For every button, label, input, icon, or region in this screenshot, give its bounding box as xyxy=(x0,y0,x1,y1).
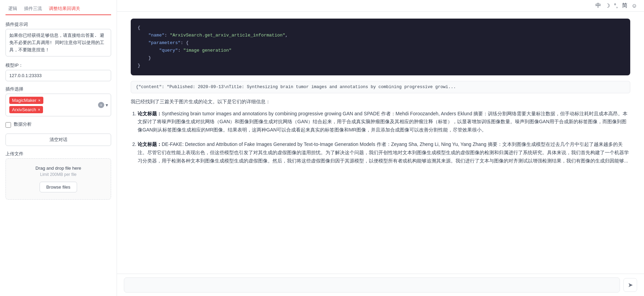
chevron-down-icon[interactable]: ▾ xyxy=(106,102,108,108)
lang-zh-icon[interactable]: 中 xyxy=(595,2,601,9)
upload-section: 上传文件 Drag and drop file here Limit 200MB… xyxy=(6,151,111,200)
plugin-hint-section: 插件提示词 xyxy=(6,21,111,57)
code-line-4: "query": "image generation" xyxy=(138,47,623,54)
paper2-title: DE-FAKE: Detection and Attribution of Fa… xyxy=(162,141,375,147)
plugin-tag-row-2: ArxivSearch × xyxy=(9,106,107,113)
plugin-tag-row-1: MagicMaker × xyxy=(9,97,107,104)
plugin-tag-arxivsearch[interactable]: ArxivSearch × xyxy=(9,106,43,113)
paper2-abstract-prefix: 摘要： xyxy=(488,141,502,147)
send-icon: ➤ xyxy=(628,281,633,289)
model-ip-input[interactable] xyxy=(6,70,111,81)
model-ip-section: 模型IP： xyxy=(6,62,111,81)
plugin-tags-container: MagicMaker × ArxivSearch × × ▾ xyxy=(6,94,111,116)
plugin-tag-label-2: ArxivSearch xyxy=(12,107,36,112)
clear-all-icon[interactable]: × xyxy=(98,102,104,108)
dark-mode-icon[interactable]: ☽ xyxy=(605,2,610,9)
data-analysis-checkbox[interactable] xyxy=(6,122,11,128)
paper2-authors: Zeyang Sha, Zheng Li, Ning Yu, Yang Zhan… xyxy=(391,141,486,147)
user-icon[interactable]: ☺ xyxy=(632,3,637,9)
paper1-title: Synthesizing brain tumor images and anno… xyxy=(162,111,380,116)
paper-item-2: 论文标题：DE-FAKE: Detection and Attribution … xyxy=(138,140,630,165)
browse-files-button[interactable]: Browse files xyxy=(40,182,77,192)
plugin-select-section: 插件选择 MagicMaker × ArxivSearch × × ▾ xyxy=(6,86,111,116)
code-line-5: } xyxy=(138,54,623,62)
found-text: 我已经找到了三篇关于图片生成的论文。以下是它们的详细信息： xyxy=(131,99,630,105)
plugin-dropdown-icons: × ▾ xyxy=(98,102,108,108)
model-ip-label: 模型IP： xyxy=(6,62,111,68)
drag-drop-text: Drag and drop file here xyxy=(11,166,105,171)
main-content: 中 ☽ °, 简 ☺ { "name": "ArxivSearch.get_ar… xyxy=(117,0,644,296)
sidebar-tabs: 逻辑 插件三流 调整结果回调关 xyxy=(6,4,111,15)
tab-luoji[interactable]: 逻辑 xyxy=(6,4,20,13)
file-limit-text: Limit 200MB per file xyxy=(11,172,105,177)
paper1-abstract-prefix: 摘要： xyxy=(473,111,488,116)
data-analysis-label: 数据分析 xyxy=(14,121,32,127)
paper2-author-prefix: 作者： xyxy=(377,141,391,147)
plugin-tag-magicmaker[interactable]: MagicMaker × xyxy=(9,97,43,104)
code-line-1: { xyxy=(138,24,623,32)
code-block: { "name": "ArxivSearch.get_arxiv_article… xyxy=(131,19,630,75)
upload-label: 上传文件 xyxy=(6,151,111,157)
top-bar: 中 ☽ °, 简 ☺ xyxy=(117,0,644,12)
plugin-tag-label: MagicMaker xyxy=(12,98,36,103)
tab-plugin3[interactable]: 插件三流 xyxy=(21,4,45,13)
chat-input[interactable] xyxy=(124,277,620,293)
input-bar: ➤ xyxy=(117,274,644,296)
result-line: {"content": "Published: 2020-09-13\nTitl… xyxy=(131,81,630,93)
clear-dialog-button[interactable]: 清空对话 xyxy=(6,134,111,146)
paper1-authors: Mehdi Foroozandeh, Anders Eklund xyxy=(396,111,472,116)
plugin-hint-label: 插件提示词 xyxy=(6,21,111,28)
upload-dropzone[interactable]: Drag and drop file here Limit 200MB per … xyxy=(6,158,111,200)
plugin-select-label: 插件选择 xyxy=(6,86,111,92)
paper1-title-prefix: 论文标题： xyxy=(138,111,162,116)
code-line-6: } xyxy=(138,62,623,70)
chat-area: { "name": "ArxivSearch.get_arxiv_article… xyxy=(117,12,644,274)
paper-item-1: 论文标题：Synthesizing brain tumor images and… xyxy=(138,110,630,134)
sidebar: 逻辑 插件三流 调整结果回调关 插件提示词 模型IP： 插件选择 MagicMa… xyxy=(0,0,117,296)
simplified-chinese-icon[interactable]: 简 xyxy=(622,2,627,9)
code-line-2: "name": "ArxivSearch.get_arxiv_article_i… xyxy=(138,32,623,39)
code-line-3: "parameters": { xyxy=(138,39,623,47)
tab-adjust[interactable]: 调整结果回调关 xyxy=(46,4,83,15)
magicmaker-remove-icon[interactable]: × xyxy=(38,98,41,103)
paper2-title-prefix: 论文标题： xyxy=(138,141,162,147)
data-analysis-row: 数据分析 xyxy=(6,121,111,129)
arxivsearch-remove-icon[interactable]: × xyxy=(38,108,40,112)
send-button[interactable]: ➤ xyxy=(623,278,637,292)
paper-list: 论文标题：Synthesizing brain tumor images and… xyxy=(131,110,630,165)
paper1-author-prefix: 作者： xyxy=(381,111,396,116)
plugin-hint-input[interactable] xyxy=(6,29,111,56)
settings-icon[interactable]: °, xyxy=(614,3,618,9)
